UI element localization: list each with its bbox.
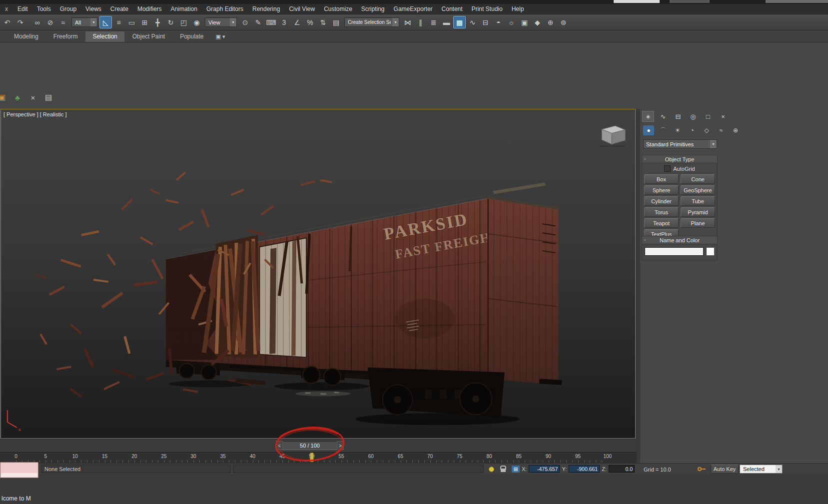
percent-snap-icon[interactable]: % — [304, 16, 316, 28]
ribbon-tab-object-paint[interactable]: Object Paint — [125, 31, 172, 42]
menu-item[interactable]: Print Studio — [467, 4, 507, 13]
track-bar[interactable]: < 50 / 100 > — [0, 439, 637, 453]
teapot-button[interactable]: Teapot — [644, 218, 679, 228]
name-and-color-rollout-header[interactable]: - Name and Color — [642, 236, 718, 244]
spinner-snap-icon[interactable]: ⇅ — [317, 16, 329, 28]
panel-divider[interactable] — [636, 109, 640, 463]
x-coordinate-field[interactable]: -475.657 — [529, 465, 560, 473]
select-object-icon[interactable]: ◺ — [99, 16, 112, 28]
subtab-lights[interactable]: ☀ — [672, 125, 683, 135]
menu-item[interactable]: Rendering — [248, 4, 284, 13]
subtab-geometry[interactable]: ● — [643, 125, 654, 135]
subtab-helpers[interactable]: ◇ — [701, 125, 712, 135]
primitive-category-dropdown[interactable]: Standard Primitives ▾ — [643, 139, 717, 149]
ribbon-tab-modeling[interactable]: Modeling — [7, 31, 45, 42]
object-type-rollout-header[interactable]: - Object Type — [642, 155, 718, 163]
object-name-field[interactable] — [645, 247, 704, 256]
rectangular-selection-region-icon[interactable]: ▭ — [125, 16, 138, 28]
material-editor-icon[interactable]: ◓ — [492, 16, 505, 28]
object-color-swatch[interactable] — [706, 247, 715, 256]
subtab-cameras[interactable]: ◔ — [687, 125, 698, 135]
current-frame-indicator[interactable]: 50 / 100 — [283, 441, 337, 450]
render-setup-icon[interactable]: ☼ — [505, 16, 518, 28]
layer-explorer-icon[interactable]: ≣ — [427, 16, 440, 28]
pyramid-button[interactable]: Pyramid — [681, 207, 715, 217]
time-slider-readout[interactable]: < 50 / 100 > — [276, 441, 344, 450]
ribbon-toggle-icon[interactable]: ▬ — [440, 16, 453, 28]
select-and-rotate-icon[interactable]: ↻ — [164, 16, 177, 28]
menu-item[interactable]: Civil View — [284, 4, 319, 13]
asset-container-icon[interactable]: ▣ — [0, 91, 8, 103]
align-icon[interactable]: ∥ — [414, 16, 427, 28]
select-and-manipulate-icon[interactable]: ✎ — [252, 16, 264, 28]
key-filter-dropdown[interactable]: Selected ▾ — [740, 465, 783, 474]
timeline-ruler[interactable]: 0510152025303540455055606570758085909510… — [0, 452, 637, 464]
set-key-icon[interactable] — [698, 467, 706, 473]
isolate-selection-icon[interactable] — [487, 466, 495, 473]
auto-key-button[interactable]: Auto Key — [711, 465, 739, 474]
list-view-icon[interactable]: ▤ — [42, 91, 54, 103]
redo-icon[interactable]: ↷ — [14, 16, 26, 28]
previous-frame-button[interactable]: < — [276, 441, 283, 450]
absolute-mode-icon[interactable]: ⊞ — [512, 466, 520, 473]
menu-item[interactable]: Modifiers — [133, 4, 166, 13]
angle-snap-icon[interactable]: ∠ — [291, 16, 303, 28]
select-and-scale-icon[interactable]: ◰ — [177, 16, 190, 28]
curve-editor-icon[interactable]: ∿ — [466, 16, 479, 28]
perspective-viewport[interactable]: [ Perspective ] [ Realistic ] — [0, 109, 636, 439]
select-by-name-icon[interactable]: ≡ — [112, 16, 125, 28]
sphere-button[interactable]: Sphere — [644, 185, 679, 195]
unlink-selection-icon[interactable]: ⊘ — [44, 16, 56, 28]
menu-item[interactable]: Animation — [166, 4, 202, 13]
y-coordinate-field[interactable]: -900.661 — [569, 465, 600, 473]
z-coordinate-field[interactable]: 0.0 — [609, 465, 635, 473]
menu-item[interactable]: Views — [81, 4, 106, 13]
ribbon-more-icon[interactable]: ▣ ▾ — [212, 32, 229, 42]
autogrid-checkbox[interactable] — [664, 165, 671, 172]
schematic-view-icon[interactable]: ⊟ — [479, 16, 492, 28]
maxscript-mini-listener[interactable] — [0, 462, 38, 478]
tube-button[interactable]: Tube — [681, 196, 715, 206]
menu-item[interactable]: GameExporter — [389, 4, 437, 13]
scene-explorer-icon[interactable]: ▦ — [453, 16, 466, 28]
tools-icon[interactable]: × — [27, 91, 39, 103]
reference-coordinate-dropdown[interactable]: View ▾ — [205, 17, 237, 27]
rendered-frame-window-icon[interactable]: ▣ — [518, 16, 531, 28]
mirror-icon[interactable]: ⋈ — [401, 16, 414, 28]
next-frame-button[interactable]: > — [337, 441, 344, 450]
menu-item[interactable]: Create — [106, 4, 133, 13]
select-and-link-icon[interactable]: ∞ — [31, 16, 43, 28]
edit-named-selection-sets-icon[interactable]: ▤ — [330, 16, 342, 28]
menu-item[interactable]: Help — [507, 4, 529, 13]
time-slider-handle[interactable] — [310, 453, 314, 462]
menu-item[interactable]: Customize — [319, 4, 357, 13]
menu-item[interactable]: Graph Editors — [202, 4, 248, 13]
cone-button[interactable]: Cone — [681, 174, 715, 184]
select-and-place-icon[interactable]: ◉ — [190, 16, 203, 28]
menu-overflow-icon[interactable]: x — [0, 5, 13, 12]
undo-icon[interactable]: ↶ — [1, 16, 13, 28]
bind-to-space-warp-icon[interactable]: ≈ — [57, 16, 69, 28]
selection-filter-dropdown[interactable]: All ▾ — [71, 17, 97, 27]
subtab-systems[interactable]: ⊕ — [730, 125, 741, 135]
maxscript-mini-listener-white[interactable] — [1, 473, 37, 477]
use-pivot-point-center-icon[interactable]: ⊙ — [239, 16, 251, 28]
named-selection-set-dropdown[interactable]: Create Selection Se ▾ — [344, 17, 399, 27]
plane-button[interactable]: Plane — [681, 218, 715, 228]
render-production-icon[interactable]: ◆ — [531, 16, 544, 28]
tab-hierarchy[interactable]: ⊟ — [672, 111, 684, 122]
subtab-shapes[interactable]: ⌒ — [658, 125, 669, 135]
subtab-space-warps[interactable]: ≈ — [716, 125, 727, 135]
menu-item[interactable]: Tools — [32, 4, 55, 13]
render-iterative-icon[interactable]: ⊕ — [544, 16, 557, 28]
menu-item[interactable]: Edit — [13, 4, 32, 13]
ribbon-tab-selection[interactable]: Selection — [85, 31, 124, 42]
keyboard-shortcut-override-icon[interactable]: ⌨ — [265, 16, 277, 28]
collapse-icon[interactable]: - — [644, 237, 646, 242]
collapse-icon[interactable]: - — [644, 156, 646, 161]
render-more-icon[interactable]: ⊚ — [557, 16, 570, 28]
ribbon-tab-populate[interactable]: Populate — [173, 31, 210, 42]
tab-display[interactable]: □ — [702, 111, 714, 122]
tab-create[interactable]: ∗ — [642, 111, 654, 122]
tab-motion[interactable]: ◎ — [687, 111, 699, 122]
